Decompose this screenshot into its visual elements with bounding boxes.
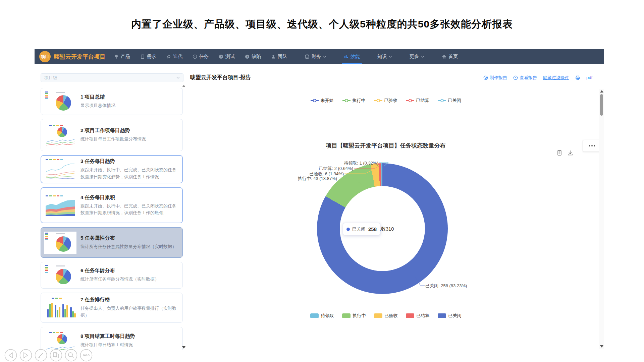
document-icon — [140, 54, 145, 59]
chart-toolbox — [556, 150, 573, 156]
nav-item-more[interactable]: 更多 — [410, 49, 424, 64]
report-page-title: 唛盟云开发平台项目-报告 — [190, 74, 251, 81]
report-thumbnail-line — [44, 158, 76, 180]
home-icon — [442, 54, 446, 59]
report-card-title: 4 任务每日累积 — [80, 194, 179, 201]
report-header: 唛盟云开发平台项目-报告 制作报告 查看报告 隐藏过滤条件 — [190, 74, 592, 81]
report-thumbnail-area — [44, 194, 76, 217]
download-icon[interactable] — [567, 150, 573, 156]
chart-tooltip: 已关闭 258 — [343, 223, 380, 235]
report-card-title: 3 任务每日趋势 — [80, 158, 179, 165]
print-button[interactable] — [575, 75, 580, 80]
legend-item-closed[interactable]: 已关闭 — [438, 313, 462, 319]
nav-item-performance[interactable]: 效能 — [344, 49, 360, 64]
report-level-select[interactable]: 项目级 — [41, 73, 183, 82]
more-controls-button[interactable] — [80, 350, 92, 361]
report-card-2[interactable]: 2 项目工作项每日趋势 统计项目每日工作项数量分布情况 — [41, 119, 183, 151]
pdf-label: pdf — [586, 75, 592, 80]
nav-item-finance[interactable]: 财务 — [305, 49, 326, 64]
nav-item-requirement[interactable]: 需求 — [140, 49, 156, 64]
report-card-4[interactable]: 4 任务每日累积 跟踪未开始、执行中、已完成、已关闭状态的任务数量按日期累积情况… — [41, 187, 183, 223]
nav-label: 迭代 — [173, 54, 182, 60]
line-chart-legend: 未开始 执行中 已验收 已结算 已关闭 — [187, 98, 584, 104]
report-card-7[interactable]: 7 任务排行榜 任务提出人、负责人的用户故事数量排行（实时数据） — [41, 293, 183, 323]
question-circle-icon: ? — [219, 54, 223, 59]
legend-item-accepted[interactable]: 已验收 — [374, 98, 397, 104]
data-view-icon[interactable] — [556, 150, 562, 156]
report-thumbnail-pie — [44, 90, 76, 113]
legend-label: 已结算 — [416, 98, 429, 104]
legend-item-pending[interactable]: 待领取 — [310, 313, 334, 319]
view-report-label: 查看报告 — [520, 75, 537, 81]
report-card-title: 8 项目结算工时每日趋势 — [80, 333, 179, 340]
slides-overview-button[interactable] — [50, 350, 62, 361]
legend-item-accepted[interactable]: 已验收 — [374, 313, 398, 319]
nav-item-knowledge[interactable]: 知识 — [377, 49, 392, 64]
report-card-desc: 统计所有任务任意属性数量分布情况（实时数据） — [80, 243, 179, 250]
chevron-down-icon — [389, 56, 392, 58]
legend-label: 已关闭 — [448, 313, 462, 319]
annotate-button[interactable] — [35, 350, 47, 361]
legend-item-settled[interactable]: 已结算 — [406, 313, 430, 319]
scroll-up-arrow[interactable] — [600, 90, 603, 93]
report-card-title: 5 任务属性分布 — [80, 235, 179, 241]
report-card-8[interactable]: 8 项目结算工时每日趋势 统计项目每日结算工时情况 — [41, 327, 183, 350]
report-card-5-selected[interactable]: 5 任务属性分布 统计所有任务任意属性数量分布情况（实时数据） — [41, 227, 183, 258]
legend-item-settled[interactable]: 已结算 — [406, 98, 429, 104]
hide-filter-link[interactable]: 隐藏过滤条件 — [543, 75, 569, 81]
report-level-value: 项目级 — [44, 75, 57, 81]
database-icon — [305, 54, 310, 59]
zoom-button[interactable] — [65, 350, 77, 361]
navbar: 项目 唛盟云开发平台项目 产品 需求 迭代 任务 — [35, 49, 604, 64]
legend-item-in-progress[interactable]: 执行中 — [342, 313, 366, 319]
report-card-title: 1 项目总结 — [80, 94, 179, 100]
report-list-sidebar: 项目级 1 项目总结 显示项目总体情况 — [35, 64, 187, 350]
legend-item-not-started[interactable]: 未开始 — [311, 98, 334, 104]
nav-item-team[interactable]: 团队 — [271, 49, 287, 64]
report-thumbnail-pie — [44, 232, 76, 254]
nav-item-home[interactable]: 首页 — [442, 49, 458, 64]
pdf-link[interactable]: pdf — [586, 75, 592, 80]
line-marker-icon — [374, 99, 382, 102]
chart-title: 项目【唛盟云开发平台项目】任务状态数量分布 — [187, 142, 584, 149]
legend-swatch — [342, 313, 351, 318]
create-report-label: 制作报告 — [490, 75, 507, 81]
report-thumbnail-bar — [44, 297, 76, 319]
tooltip-series-dot — [346, 228, 350, 231]
report-thumbnail-pie-line — [44, 331, 76, 350]
legend-swatch — [406, 313, 414, 318]
page: 内置了企业级、产品级、项目级、迭代级、个人级5种粒度的共50多张效能分析报表 项… — [0, 0, 644, 362]
scroll-down-arrow[interactable] — [600, 345, 603, 348]
create-report-link[interactable]: 制作报告 — [483, 75, 507, 81]
legend-item-in-progress[interactable]: 执行中 — [342, 98, 366, 104]
scrollbar-thumb[interactable] — [600, 94, 603, 116]
report-card-6[interactable]: 6 任务年龄分布 统计所有任务年龄分布情况（实时数据） — [41, 262, 183, 289]
target-icon — [483, 75, 488, 80]
nav-item-iteration[interactable]: 迭代 — [166, 49, 182, 64]
bar-chart-icon — [344, 54, 348, 59]
report-card-3[interactable]: 3 任务每日趋势 跟踪未开始、执行中、已完成、已关闭状态的任务数量按日期变化趋势… — [41, 155, 183, 183]
nav-item-product[interactable]: 产品 — [114, 49, 130, 64]
app-window: 项目 唛盟云开发平台项目 产品 需求 迭代 任务 — [35, 49, 604, 350]
view-report-link[interactable]: 查看报告 — [513, 75, 537, 81]
legend-item-closed[interactable]: 已关闭 — [438, 98, 461, 104]
sidebar-scroll-down-arrow[interactable] — [182, 346, 185, 349]
legend-label: 已验收 — [384, 98, 397, 104]
nav-label: 产品 — [121, 54, 130, 60]
project-name: 唛盟云开发平台项目 — [54, 53, 105, 61]
report-card-1[interactable]: 1 项目总结 显示项目总体情况 — [41, 88, 183, 115]
prev-slide-button[interactable] — [5, 350, 17, 361]
report-card-list: 1 项目总结 显示项目总体情况 — [41, 88, 183, 350]
legend-swatch — [438, 313, 446, 318]
sidebar-scroll-up-arrow[interactable] — [182, 85, 185, 87]
main-scrollbar[interactable] — [599, 89, 604, 349]
next-slide-button[interactable] — [20, 350, 32, 361]
report-thumbnail-pie-line — [44, 124, 76, 146]
report-card-desc: 显示项目总体情况 — [80, 102, 179, 109]
nav-item-test[interactable]: ? 测试 — [219, 49, 235, 64]
nav-label: 缺陷 — [252, 54, 261, 60]
nav-item-task[interactable]: 任务 — [193, 49, 209, 64]
question-circle-icon: ? — [245, 54, 250, 59]
nav-item-defect[interactable]: ? 缺陷 — [245, 49, 261, 64]
report-card-title: 6 任务年龄分布 — [80, 267, 179, 274]
